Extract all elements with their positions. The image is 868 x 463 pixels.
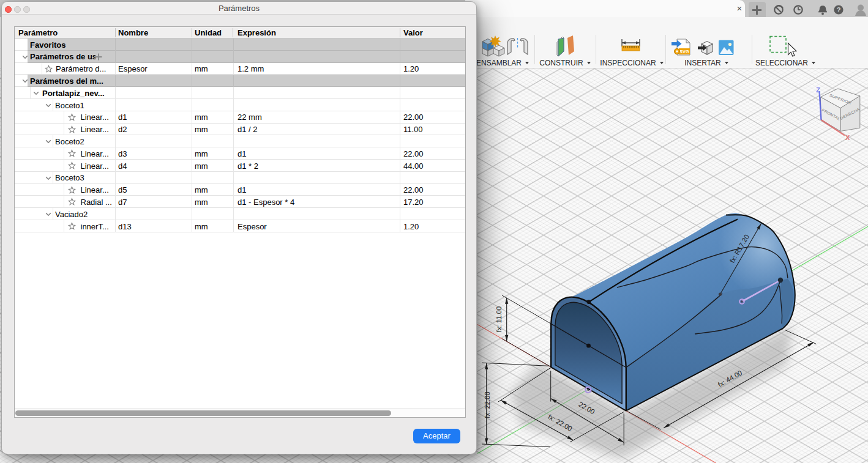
- svg-text:fx: 22.00: fx: 22.00: [484, 391, 491, 418]
- svg-text:Z: Z: [816, 86, 820, 94]
- svg-text:X: X: [845, 134, 850, 141]
- svg-text:fx: 11.00: fx: 11.00: [495, 306, 503, 333]
- svg-text:SVG: SVG: [679, 49, 689, 54]
